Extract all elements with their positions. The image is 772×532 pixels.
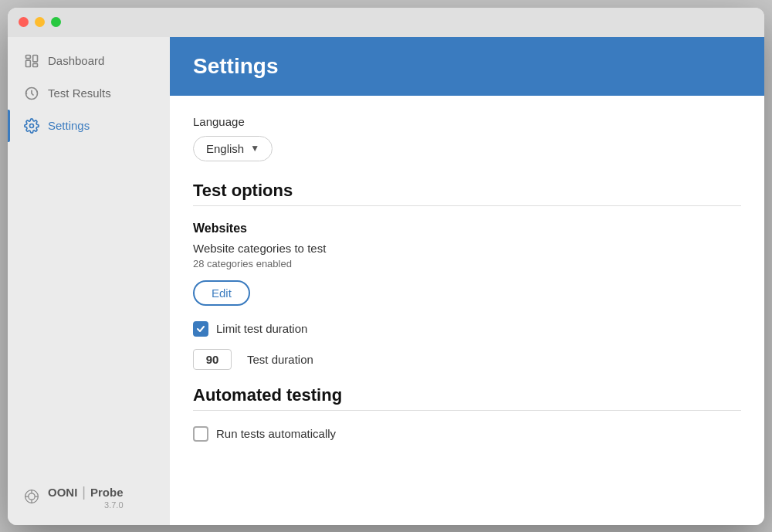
- svg-point-6: [30, 124, 34, 127]
- websites-sub-desc: 28 categories enabled: [193, 258, 741, 269]
- svg-rect-2: [33, 55, 38, 61]
- automated-testing-title: Automated testing: [193, 385, 741, 405]
- test-options-section: Test options Websites Website categories…: [193, 181, 741, 370]
- sidebar-item-label: Dashboard: [48, 54, 104, 67]
- ooni-logo-icon: [23, 488, 40, 505]
- sidebar: Dashboard Test Results: [8, 37, 170, 525]
- svg-point-8: [29, 493, 35, 500]
- traffic-lights: [19, 17, 61, 27]
- sidebar-item-settings[interactable]: Settings: [8, 110, 170, 142]
- sidebar-item-label: Settings: [48, 119, 90, 132]
- limit-duration-label: Limit test duration: [216, 322, 307, 335]
- svg-rect-3: [33, 63, 38, 66]
- page-header: Settings: [170, 37, 764, 96]
- settings-icon: [23, 117, 40, 134]
- brand-row: OONI | Probe: [48, 484, 124, 500]
- duration-row: 90 Test duration: [193, 349, 741, 370]
- limit-duration-checkbox[interactable]: [193, 321, 208, 337]
- websites-title: Websites: [193, 222, 741, 236]
- brand-group: OONI | Probe 3.7.0: [48, 484, 124, 510]
- language-section: Language English ▼: [193, 115, 741, 161]
- websites-desc: Website categories to test: [193, 242, 741, 255]
- ooni-label: OONI: [48, 486, 77, 499]
- pipe-divider: |: [82, 484, 86, 500]
- run-automatically-row: Run tests automatically: [193, 426, 741, 442]
- websites-subsection: Websites Website categories to test 28 c…: [193, 222, 741, 321]
- sidebar-item-label: Test Results: [48, 86, 111, 100]
- close-button[interactable]: [19, 17, 29, 27]
- minimize-button[interactable]: [35, 17, 45, 27]
- probe-label: Probe: [90, 486, 124, 499]
- version-label: 3.7.0: [104, 500, 123, 510]
- language-label: Language: [193, 115, 741, 128]
- test-results-icon: [23, 85, 40, 102]
- duration-value[interactable]: 90: [193, 349, 232, 370]
- sidebar-item-dashboard[interactable]: Dashboard: [8, 45, 170, 77]
- titlebar: [8, 8, 764, 37]
- automated-testing-divider: [193, 410, 741, 411]
- duration-label: Test duration: [247, 353, 313, 366]
- sidebar-footer: OONI | Probe 3.7.0: [8, 469, 170, 525]
- dropdown-arrow-icon: ▼: [250, 143, 259, 154]
- svg-rect-1: [26, 60, 31, 66]
- edit-button[interactable]: Edit: [193, 280, 250, 306]
- dashboard-icon: [23, 53, 40, 69]
- automated-testing-section: Automated testing Run tests automaticall…: [193, 385, 741, 442]
- page-title: Settings: [193, 54, 741, 79]
- test-options-divider: [193, 205, 741, 206]
- maximize-button[interactable]: [51, 17, 61, 27]
- run-automatically-label: Run tests automatically: [216, 427, 336, 440]
- language-dropdown[interactable]: English ▼: [193, 136, 273, 161]
- svg-rect-0: [26, 55, 31, 58]
- language-selected-value: English: [206, 142, 244, 155]
- app-body: Dashboard Test Results: [8, 37, 764, 525]
- run-automatically-checkbox[interactable]: [193, 426, 208, 442]
- limit-duration-row: Limit test duration: [193, 321, 741, 337]
- test-options-title: Test options: [193, 181, 741, 201]
- app-window: Dashboard Test Results: [8, 8, 764, 525]
- page-body: Language English ▼ Test options Websites…: [170, 96, 764, 525]
- sidebar-item-test-results[interactable]: Test Results: [8, 77, 170, 110]
- main-content: Settings Language English ▼ Test options: [170, 37, 764, 525]
